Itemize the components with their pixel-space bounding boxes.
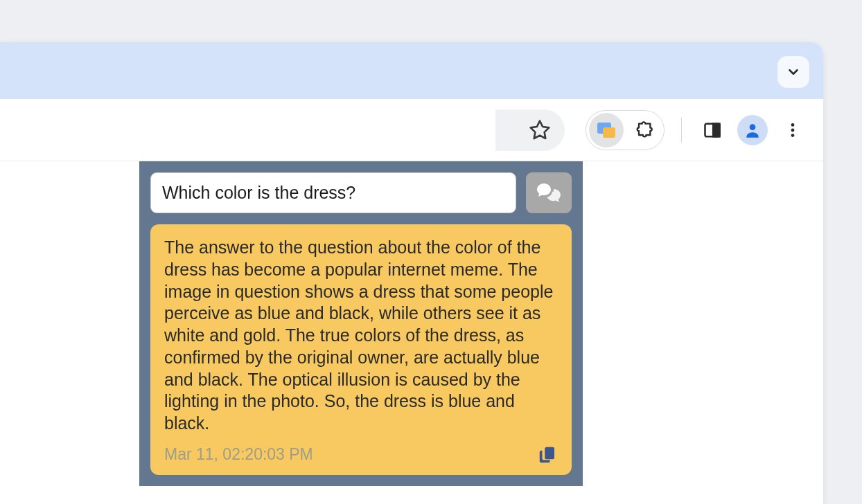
side-panel-button[interactable]: [696, 114, 729, 147]
svg-point-6: [791, 134, 795, 137]
answer-text: The answer to the question about the col…: [164, 237, 558, 435]
puzzle-icon: [634, 120, 653, 140]
svg-marker-0: [531, 120, 549, 138]
active-extension-button[interactable]: [589, 113, 624, 147]
answer-footer: Mar 11, 02:20:03 PM: [164, 444, 558, 465]
chevron-down-icon: [786, 64, 801, 80]
svg-point-3: [750, 124, 756, 130]
page-content: The answer to the question about the col…: [0, 161, 823, 504]
svg-rect-2: [713, 123, 719, 136]
browser-window: The answer to the question about the col…: [0, 42, 823, 504]
person-icon: [744, 121, 762, 139]
browser-toolbar: [0, 99, 823, 161]
extension-popup: The answer to the question about the col…: [139, 161, 583, 486]
answer-card: The answer to the question about the col…: [150, 224, 572, 475]
collapse-button[interactable]: [777, 56, 809, 88]
toolbar-divider: [681, 118, 682, 143]
svg-point-4: [791, 123, 795, 127]
extensions-pill: [586, 110, 665, 150]
send-button[interactable]: [526, 172, 572, 213]
chat-bubbles-icon: [536, 182, 561, 204]
address-bar-end[interactable]: [495, 109, 565, 151]
answer-timestamp: Mar 11, 02:20:03 PM: [164, 445, 313, 464]
svg-rect-7: [545, 447, 554, 460]
side-panel-icon: [703, 120, 722, 140]
svg-point-5: [791, 128, 795, 132]
star-icon: [529, 119, 551, 141]
question-input[interactable]: [150, 172, 516, 213]
extensions-button[interactable]: [626, 113, 661, 147]
tab-strip: [0, 42, 823, 99]
profile-button[interactable]: [736, 114, 769, 147]
kebab-menu-icon: [784, 121, 802, 139]
menu-button[interactable]: [776, 114, 809, 147]
chat-extension-icon: [597, 123, 615, 138]
copy-button[interactable]: [537, 444, 558, 465]
copy-icon: [537, 444, 558, 465]
profile-avatar: [737, 115, 768, 145]
popup-header: [150, 172, 572, 213]
bookmark-star-button[interactable]: [529, 119, 551, 141]
